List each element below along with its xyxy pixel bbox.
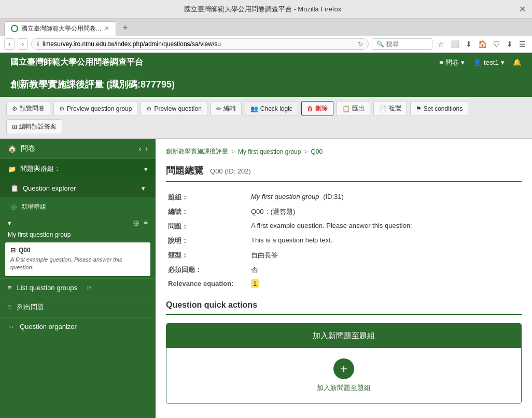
sidebar-questions-section[interactable]: 📁 問題與群組： ▾ xyxy=(0,159,156,179)
bell-icon: 🔔 xyxy=(513,59,522,66)
sidebar-question-card[interactable]: ⊟ Q00 A first example question. Please a… xyxy=(5,242,150,276)
address-input[interactable] xyxy=(43,40,355,48)
new-tab-button[interactable]: + xyxy=(118,21,132,36)
overview-question-id: Q00 (ID: 202) xyxy=(210,167,251,175)
dropdown-arrow-icon: ▾ xyxy=(461,59,465,66)
add-question-link[interactable]: 加入新問題至題組 xyxy=(317,383,371,393)
home2-button[interactable]: 🏠 xyxy=(476,39,489,49)
desc-value: This is a question help text. xyxy=(249,234,522,248)
overview-title-text: 問題總覽 xyxy=(166,165,203,176)
info-icon: ℹ xyxy=(37,40,39,48)
group-collapse-icon[interactable]: ▾ xyxy=(8,219,11,227)
trash-icon: 🗑 xyxy=(307,105,313,112)
check-logic-label: Check logic xyxy=(260,105,292,112)
sidebar-question-title: ⊟ Q00 xyxy=(10,247,145,254)
sidebar-add-group[interactable]: ⊕ 新增群組 xyxy=(0,198,156,216)
sidebar-list-questions-label: 列出問題 xyxy=(17,302,44,312)
preview-question-button[interactable]: ⚙ Preview question xyxy=(141,101,207,116)
preview-survey-label: 預覽問卷 xyxy=(20,104,45,113)
sidebar-add-group-label: 新增群組 xyxy=(21,203,46,211)
survey-menu-button[interactable]: ≡ 問卷 ▾ xyxy=(439,58,465,67)
section-dropdown-icon: ▾ xyxy=(144,165,148,173)
search-field: 🔍 xyxy=(372,38,432,50)
home-button[interactable]: ⬜ xyxy=(449,39,461,49)
add-question-area: 加入新問題至題組 + 加入新問題至題組 xyxy=(166,323,522,403)
edit-default-icon: ⊞ xyxy=(12,123,17,131)
notification-button[interactable]: 🔔 xyxy=(513,59,522,66)
export-label: 匯出 xyxy=(352,104,365,113)
list-icon: ≡ xyxy=(439,59,443,66)
check-logic-button[interactable]: 👥 Check logic xyxy=(245,101,298,116)
sidebar-list-groups[interactable]: ≡ List question groups ☞ xyxy=(0,278,156,297)
sidebar-group-name: My first question group xyxy=(0,229,156,240)
content-area: 創新教學實施課後評量 > My first question group > Q… xyxy=(156,139,532,418)
tab-label: 國立臺灣師範大學公用問卷... xyxy=(21,24,101,33)
edit-button[interactable]: ✏ 編輯 xyxy=(211,101,242,116)
preview-survey-button[interactable]: ⚙ 預覽問卷 xyxy=(6,101,50,116)
set-conditions-button[interactable]: ⚑ Set conditions xyxy=(410,101,468,116)
sidebar-nav-arrows: ‹ › xyxy=(139,145,148,153)
required-value: 否 xyxy=(249,263,522,277)
preview-group-button[interactable]: ⚙ Preview question group xyxy=(53,101,137,116)
browser-close-button[interactable]: ✕ xyxy=(519,4,526,14)
search-input[interactable] xyxy=(386,40,428,48)
add-group-icon: ⊕ xyxy=(10,202,17,212)
delete-button[interactable]: 🗑 刪除 xyxy=(301,101,333,116)
sidebar-section-label: 問題與群組： xyxy=(20,164,61,174)
add-question-top-button[interactable]: 加入新問題至題組 xyxy=(166,324,521,348)
sidebar-explorer[interactable]: 📋 Question explorer ▾ xyxy=(0,179,156,198)
relevance-value: 1 xyxy=(251,279,259,288)
copy-label: 複製 xyxy=(389,104,401,113)
sidebar-nav-left[interactable]: ‹ xyxy=(139,145,142,153)
code-label: 編號： xyxy=(166,205,249,219)
browser-title: 國立臺灣師範大學公用問卷調查平台 - Mozilla Firefox xyxy=(6,5,519,14)
circle-plus-button[interactable]: + xyxy=(333,358,354,379)
gear2-icon: ⚙ xyxy=(59,105,65,112)
tools-button[interactable]: ⬇ xyxy=(505,39,515,49)
sidebar-home[interactable]: 🏠 問卷 ‹ › xyxy=(0,139,156,159)
flag-icon: ⚑ xyxy=(416,105,422,112)
back-button[interactable]: ‹ xyxy=(4,38,15,50)
question-card-icon: ⊟ xyxy=(10,247,16,254)
security-button[interactable]: 🛡 xyxy=(491,39,502,49)
breadcrumb-survey[interactable]: 創新教學實施課後評量 xyxy=(166,147,228,156)
menu-button[interactable]: ☰ xyxy=(517,39,528,49)
sidebar-explorer-label: Question explorer xyxy=(23,184,76,192)
export-button[interactable]: 📋 匯出 xyxy=(337,101,370,116)
type-value: 自由長答 xyxy=(249,248,522,263)
forward-button[interactable]: › xyxy=(18,38,28,50)
user-label: test1 xyxy=(484,59,499,66)
survey-header: 創新教學實施課後評量 (識別碼:877795) xyxy=(0,72,532,97)
relevance-label: Relevance equation: xyxy=(166,277,249,290)
add-question-icon-area[interactable]: + 加入新問題至題組 xyxy=(166,348,521,403)
info-row-required: 必須回應： 否 xyxy=(166,263,522,277)
sidebar-nav-right[interactable]: › xyxy=(145,145,148,153)
svg-point-0 xyxy=(12,26,17,31)
breadcrumb-sep2: > xyxy=(304,148,307,155)
tab-close-button[interactable]: ✕ xyxy=(104,25,109,32)
info-row-type: 類型： 自由長答 xyxy=(166,248,522,263)
edit-default-button[interactable]: ⊞ 編輯預設答案 xyxy=(6,119,62,134)
gear-icon: ⚙ xyxy=(12,105,18,112)
bookmark-star-button[interactable]: ☆ xyxy=(436,39,446,49)
address-field: ℹ ↻ xyxy=(31,38,369,50)
sidebar-question-text: A first example question. Please answer … xyxy=(10,256,145,272)
question-label: 問題： xyxy=(166,219,249,234)
sidebar-home-left: 🏠 問卷 xyxy=(8,144,35,153)
group-add-icon[interactable]: ⊕ xyxy=(133,218,139,228)
sidebar-organizer[interactable]: ↔ Question organizer xyxy=(0,317,156,336)
reload-icon[interactable]: ↻ xyxy=(358,40,363,48)
sidebar-home-label: 問卷 xyxy=(21,144,35,153)
group-id: (ID:31) xyxy=(323,193,344,200)
info-row-code: 編號： Q00：(選答題) xyxy=(166,205,522,219)
cursor-indicator: ☞ xyxy=(87,284,93,292)
group-action-icons: ⊕ ≡ xyxy=(133,218,148,228)
user-menu-button[interactable]: 👤 test1 ▾ xyxy=(473,59,505,66)
download-button[interactable]: ⬇ xyxy=(464,39,474,49)
breadcrumb-group[interactable]: My first question group xyxy=(238,148,301,155)
group-list-icon[interactable]: ≡ xyxy=(144,218,148,228)
sidebar-list-questions[interactable]: ≡ 列出問題 xyxy=(0,297,156,317)
info-row-desc: 說明： This is a question help text. xyxy=(166,234,522,248)
browser-tab-active[interactable]: 國立臺灣師範大學公用問卷... ✕ xyxy=(4,21,116,36)
copy-button[interactable]: 📄 複製 xyxy=(373,101,407,116)
